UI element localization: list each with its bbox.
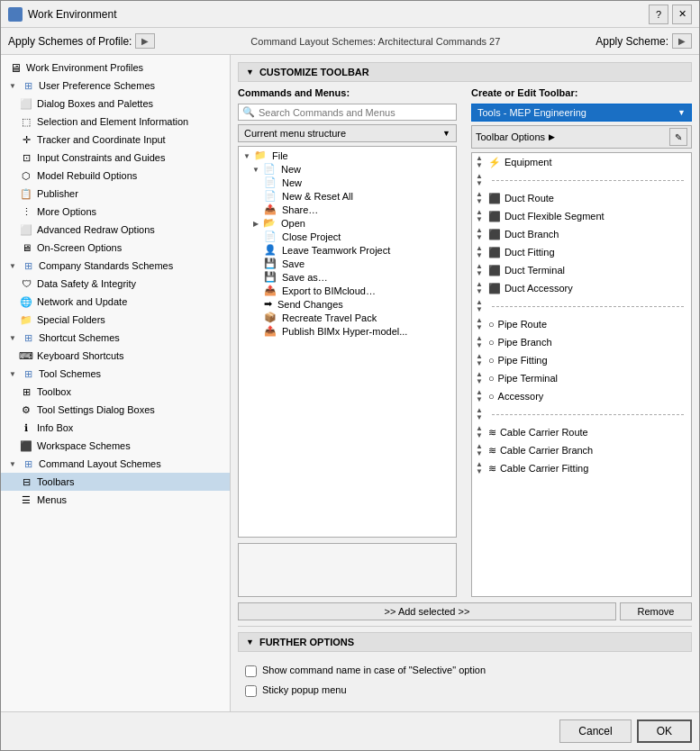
tree-item-share[interactable]: 📤 Share… bbox=[239, 203, 456, 216]
sidebar-item-model-rebuild[interactable]: ⬡ Model Rebuild Options bbox=[1, 167, 230, 185]
sidebar-item-toolbars[interactable]: ⊟ Toolbars bbox=[1, 473, 230, 491]
search-box[interactable]: 🔍 bbox=[238, 104, 457, 121]
down-arrow-icon: ▼ bbox=[476, 180, 483, 187]
tree-item-file[interactable]: 📁 File bbox=[239, 149, 456, 162]
company-icon bbox=[21, 258, 35, 273]
toolbar-item-pipe-terminal[interactable]: ▲ ▼ ○ Pipe Terminal bbox=[472, 369, 691, 387]
sidebar-item-keyboard-shortcuts[interactable]: ⌨ Keyboard Shortcuts bbox=[1, 347, 230, 365]
apply-scheme-dropdown-btn[interactable]: ▶ bbox=[672, 33, 692, 49]
tree-item-export-bimcloud[interactable]: 📤 Export to BIMcloud… bbox=[239, 284, 456, 297]
arrow-right-icon-2: ▶ bbox=[678, 36, 686, 46]
toolbar-options-buttons: ✎ bbox=[669, 128, 687, 146]
toolbar-item-duct-branch[interactable]: ▲ ▼ ⬛ Duct Branch bbox=[472, 225, 691, 243]
sidebar-item-input-constraints[interactable]: ⊡ Input Constraints and Guides bbox=[1, 149, 230, 167]
tree-item-label: Send Changes bbox=[277, 299, 343, 310]
toolbar-item-duct-terminal[interactable]: ▲ ▼ ⬛ Duct Terminal bbox=[472, 261, 691, 279]
sidebar-item-tool-settings[interactable]: ⚙ Tool Settings Dialog Boxes bbox=[1, 401, 230, 419]
help-button[interactable]: ? bbox=[649, 5, 668, 24]
apply-schemes-label: Apply Schemes of Profile: bbox=[8, 35, 132, 48]
toolbar-item-pipe-fitting[interactable]: ▲ ▼ ○ Pipe Fitting bbox=[472, 351, 691, 369]
sidebar-item-publisher[interactable]: 📋 Publisher bbox=[1, 185, 230, 203]
move-arrows-pipe-fitting: ▲ ▼ bbox=[476, 353, 483, 367]
tree-item-recreate-travel[interactable]: 📦 Recreate Travel Pack bbox=[239, 311, 456, 324]
move-arrows-sep2: ▲ ▼ bbox=[476, 299, 483, 313]
sidebar-item-dialog-boxes[interactable]: ⬜ Dialog Boxes and Palettes bbox=[1, 95, 230, 113]
toolbar-item-cable-route[interactable]: ▲ ▼ ≋ Cable Carrier Route bbox=[472, 423, 691, 441]
tree-item-save[interactable]: 💾 Save bbox=[239, 257, 456, 270]
close-doc-icon: 📄 bbox=[264, 231, 277, 242]
sidebar-item-command-layout[interactable]: Command Layout Schemes bbox=[1, 455, 230, 473]
tree-item-label: Share… bbox=[282, 204, 318, 215]
sidebar-label: Input Constraints and Guides bbox=[37, 152, 165, 163]
close-button[interactable]: ✕ bbox=[672, 5, 692, 24]
sidebar-item-company-standards[interactable]: Company Standards Schemes bbox=[1, 257, 230, 275]
tree-item-leave-teamwork[interactable]: 👤 Leave Teamwork Project bbox=[239, 243, 456, 257]
add-selected-button[interactable]: >> Add selected >> bbox=[238, 602, 616, 620]
toolbar-item-pipe-branch[interactable]: ▲ ▼ ○ Pipe Branch bbox=[472, 333, 691, 351]
show-command-name-checkbox[interactable] bbox=[245, 665, 257, 677]
tree-item-save-as[interactable]: 💾 Save as… bbox=[239, 270, 456, 284]
tree-item-new[interactable]: 📄 New bbox=[239, 176, 456, 189]
teamwork-icon: 👤 bbox=[264, 244, 277, 256]
toolbar-item-pipe-route[interactable]: ▲ ▼ ○ Pipe Route bbox=[472, 315, 691, 333]
pipe-route-icon: ○ bbox=[488, 319, 495, 330]
sidebar-item-user-prefs-group[interactable]: User Preference Schemes bbox=[1, 77, 230, 95]
toolbar-item-label: Duct Accessory bbox=[505, 283, 573, 294]
sidebar-item-toolbox[interactable]: ⊞ Toolbox bbox=[1, 383, 230, 401]
keyboard-icon: ⌨ bbox=[19, 348, 33, 363]
sidebar-item-on-screen[interactable]: 🖥 On-Screen Options bbox=[1, 239, 230, 257]
toolbar-item-duct-fitting[interactable]: ▲ ▼ ⬛ Duct Fitting bbox=[472, 243, 691, 261]
sidebar-item-special-folders[interactable]: 📁 Special Folders bbox=[1, 311, 230, 329]
sidebar-item-advanced-redraw[interactable]: ⬜ Advanced Redraw Options bbox=[1, 221, 230, 239]
menu-structure-dropdown[interactable]: Current menu structure ▼ bbox=[238, 124, 457, 142]
tracker-icon: ✛ bbox=[19, 132, 33, 147]
toolbar-edit-btn[interactable]: ✎ bbox=[669, 128, 687, 146]
tree-item-close-project[interactable]: 📄 Close Project bbox=[239, 230, 456, 243]
toolbar-item-cable-branch[interactable]: ▲ ▼ ≋ Cable Carrier Branch bbox=[472, 441, 691, 459]
toolbar-item-cable-fitting[interactable]: ▲ ▼ ≋ Cable Carrier Fitting bbox=[472, 459, 691, 477]
toolbar-item-duct-flex[interactable]: ▲ ▼ ⬛ Duct Flexible Segment bbox=[472, 207, 691, 225]
toolbar-item-duct-route[interactable]: ▲ ▼ ⬛ Duct Route bbox=[472, 189, 691, 207]
collapse-arrow-further[interactable]: ▼ bbox=[246, 638, 254, 647]
sidebar-item-tool-schemes[interactable]: Tool Schemes bbox=[1, 365, 230, 383]
sidebar-item-selection[interactable]: ⬚ Selection and Element Information bbox=[1, 113, 230, 131]
sidebar-item-tracker[interactable]: ✛ Tracker and Coordinate Input bbox=[1, 131, 230, 149]
customize-toolbar-header: ▼ CUSTOMIZE TOOLBAR bbox=[238, 62, 692, 82]
expand-arrow-shortcut bbox=[8, 333, 17, 342]
sidebar-item-data-safety[interactable]: 🛡 Data Safety & Integrity bbox=[1, 275, 230, 293]
toolbar-item-duct-accessory[interactable]: ▲ ▼ ⬛ Duct Accessory bbox=[472, 279, 691, 297]
duct-accessory-icon: ⬛ bbox=[488, 283, 501, 294]
sticky-popup-checkbox[interactable] bbox=[245, 685, 257, 697]
sidebar-label: User Preference Schemes bbox=[39, 80, 155, 91]
collapse-arrow-customize[interactable]: ▼ bbox=[246, 68, 254, 77]
toolbar-separator-1: ▲ ▼ bbox=[472, 171, 691, 189]
sidebar-item-network[interactable]: 🌐 Network and Update bbox=[1, 293, 230, 311]
sidebar-item-workspace[interactable]: ⬛ Workspace Schemes bbox=[1, 437, 230, 455]
sidebar-label: Command Layout Schemes bbox=[39, 458, 161, 469]
cable-route-icon: ≋ bbox=[488, 427, 496, 439]
menu-structure-label: Current menu structure bbox=[244, 128, 346, 139]
search-input[interactable] bbox=[259, 107, 452, 118]
toolbar-item-pipe-accessory[interactable]: ▲ ▼ ○ Accessory bbox=[472, 387, 691, 405]
sidebar-item-work-env-profiles[interactable]: 🖥 Work Environment Profiles bbox=[1, 59, 230, 77]
sidebar-item-menus[interactable]: ☰ Menus bbox=[1, 491, 230, 509]
sidebar-item-info-box[interactable]: ℹ Info Box bbox=[1, 419, 230, 437]
tree-item-publish-bimx[interactable]: 📤 Publish BIMx Hyper-model... bbox=[239, 324, 456, 338]
sidebar-item-shortcut-schemes[interactable]: Shortcut Schemes bbox=[1, 329, 230, 347]
tree-item-send-changes[interactable]: ➡ Send Changes bbox=[239, 297, 456, 311]
checkbox-row-2: Sticky popup menu bbox=[245, 684, 685, 697]
options-arrow-icon[interactable]: ▶ bbox=[549, 132, 555, 141]
network-icon: 🌐 bbox=[19, 294, 33, 309]
user-prefs-group-icon bbox=[21, 78, 35, 93]
tree-item-open[interactable]: 📂 Open bbox=[239, 216, 456, 230]
toolbar-item-equipment[interactable]: ▲ ▼ ⚡ Equipment bbox=[472, 153, 691, 171]
apply-schemes-btn[interactable]: ▶ bbox=[135, 33, 155, 49]
cancel-button[interactable]: Cancel bbox=[559, 719, 631, 743]
toolbar-dropdown[interactable]: Tools - MEP Engineering ▼ bbox=[471, 104, 692, 122]
sidebar-item-more-options[interactable]: ⋮ More Options bbox=[1, 203, 230, 221]
tree-item-new-group[interactable]: 📄 New bbox=[239, 162, 456, 176]
cable-branch-icon: ≋ bbox=[488, 445, 496, 457]
ok-button[interactable]: OK bbox=[637, 719, 692, 743]
remove-button[interactable]: Remove bbox=[620, 602, 692, 620]
tree-item-new-reset[interactable]: 📄 New & Reset All bbox=[239, 189, 456, 203]
